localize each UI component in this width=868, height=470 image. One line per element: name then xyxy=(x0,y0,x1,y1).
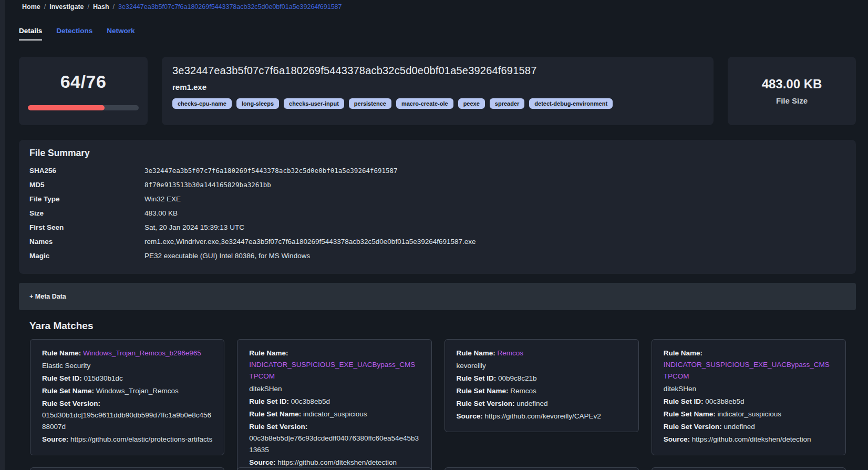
rule-source-field: Source: https://github.com/kevoreilly/CA… xyxy=(457,411,627,422)
rule-source-field: Source: https://github.com/elastic/prote… xyxy=(42,434,212,445)
rule-name-link[interactable]: Windows_Trojan_Remcos_b296e965 xyxy=(83,349,201,357)
rule-name-link[interactable]: INDICATOR_SUSPICIOUS_EXE_UACBypass_CMSTP… xyxy=(664,361,830,380)
yara-next-row-partial xyxy=(30,467,846,470)
tag-badge[interactable]: checks-user-input xyxy=(284,98,344,109)
detection-score-bar-fill xyxy=(28,105,105,110)
summary-row: First SeenSat, 20 Jan 2024 15:39:13 UTC xyxy=(29,220,845,234)
file-hash-card: 3e32447ea3b5f07c7f6a180269f5443378acb32c… xyxy=(162,57,714,125)
rule-set-version-field: Rule Set Version: undefined xyxy=(457,398,627,410)
tag-badge[interactable]: checks-cpu-name xyxy=(172,98,232,109)
rule-set-name-label: Rule Set Name: xyxy=(249,410,301,418)
summary-row-label: First Seen xyxy=(29,220,144,234)
yara-match-card: Rule Name: RemcoskevoreillyRule Set ID: … xyxy=(445,339,639,432)
rule-set-id-value: 00c3b8eb5d xyxy=(705,397,744,405)
breadcrumb-separator: / xyxy=(88,3,89,11)
rule-set-name-field: Rule Set Name: Remcos xyxy=(457,385,627,397)
yara-matches-title: Yara Matches xyxy=(29,320,856,332)
rule-name-field: Rule Name: INDICATOR_SUSPICIOUS_EXE_UACB… xyxy=(249,348,419,382)
summary-row: MagicPE32 executable (GUI) Intel 80386, … xyxy=(29,249,845,263)
breadcrumb-link-investigate[interactable]: Investigate xyxy=(49,3,84,11)
summary-row: Size483.00 KB xyxy=(29,206,845,220)
tag-badge[interactable]: spreader xyxy=(490,98,524,109)
rule-set-id-field: Rule Set ID: 00b9c8c21b xyxy=(457,373,627,384)
tag-list: checks-cpu-namelong-sleepschecks-user-in… xyxy=(172,98,703,109)
rule-set-name-field: Rule Set Name: indicator_suspicious xyxy=(664,408,834,420)
rule-set-version-label: Rule Set Version: xyxy=(457,400,515,407)
tag-badge[interactable]: long-sleeps xyxy=(236,98,279,109)
left-edge-strip xyxy=(0,0,5,470)
summary-row-label: Names xyxy=(29,234,144,249)
summary-row-value: 3e32447ea3b5f07c7f6a180269f5443378acb32c… xyxy=(144,164,398,178)
summary-row-label: File Type xyxy=(29,192,144,206)
summary-row-value: 483.00 KB xyxy=(144,206,178,220)
rule-set-version-value: 00c3b8eb5d|e76c93dcdedff04076380ffc60ea5… xyxy=(249,434,419,454)
summary-row-value: rem1.exe,Windriver.exe,3e32447ea3b5f07c7… xyxy=(144,234,476,249)
rule-set-id-value: 00c3b8eb5d xyxy=(291,397,330,405)
breadcrumb-link-hash[interactable]: Hash xyxy=(93,3,109,11)
rule-set-id-label: Rule Set ID: xyxy=(249,397,289,405)
rule-name-link[interactable]: INDICATOR_SUSPICIOUS_EXE_UACBypass_CMSTP… xyxy=(249,361,415,380)
summary-row-label: Magic xyxy=(29,249,144,263)
rule-name-label: Rule Name: xyxy=(664,349,702,357)
tab-detections[interactable]: Detections xyxy=(56,27,92,40)
summary-row: Namesrem1.exe,Windriver.exe,3e32447ea3b5… xyxy=(29,234,845,249)
breadcrumb-current-hash[interactable]: 3e32447ea3b5f07c7f6a180269f5443378acb32c… xyxy=(118,3,342,11)
rule-set-version-label: Rule Set Version: xyxy=(42,400,100,407)
summary-row-value: Win32 EXE xyxy=(144,192,181,206)
file-size-card: 483.00 KB File Size xyxy=(728,57,856,125)
rule-name-label: Rule Name: xyxy=(42,349,81,357)
yara-match-card: Rule Name: INDICATOR_SUSPICIOUS_EXE_UACB… xyxy=(237,339,431,470)
rule-set-id-value: 00b9c8c21b xyxy=(498,374,537,382)
rule-set-name-value: indicator_suspicious xyxy=(303,410,367,418)
rule-set-name-value: indicator_suspicious xyxy=(718,410,782,418)
rule-set-id-label: Rule Set ID: xyxy=(42,374,82,382)
summary-row: MD58f70e913513b30a144165829ba3261bb xyxy=(29,178,845,192)
rule-set-version-value: undefined xyxy=(724,423,755,431)
file-size-label: File Size xyxy=(776,96,808,105)
breadcrumb: Home/Investigate/Hash/3e32447ea3b5f07c7f… xyxy=(0,0,868,11)
rule-source-value: https://github.com/elastic/protections-a… xyxy=(70,435,212,443)
rule-name-field: Rule Name: Windows_Trojan_Remcos_b296e96… xyxy=(42,348,212,359)
summary-row: File TypeWin32 EXE xyxy=(29,192,845,206)
rule-set-version-label: Rule Set Version: xyxy=(249,423,307,431)
file-hash-title: 3e32447ea3b5f07c7f6a180269f5443378acb32c… xyxy=(172,65,703,77)
rule-source-label: Source: xyxy=(457,412,483,420)
tag-badge[interactable]: persistence xyxy=(349,98,391,109)
detection-score-card: 64/76 xyxy=(19,57,148,125)
tab-network[interactable]: Network xyxy=(107,27,135,40)
rule-set-id-field: Rule Set ID: 00c3b8eb5d xyxy=(664,396,834,407)
rule-source-label: Source: xyxy=(249,458,275,466)
rule-author: Elastic Security xyxy=(42,360,212,372)
rule-set-version-value: 015d30b1dc|195c9611ddb90db599d7ffc1a9b0e… xyxy=(42,411,211,431)
tag-badge[interactable]: peexe xyxy=(458,98,485,109)
meta-data-toggle[interactable]: + Meta Data xyxy=(19,283,856,310)
breadcrumb-separator: / xyxy=(113,3,115,11)
rule-name-label: Rule Name: xyxy=(457,349,495,357)
rule-set-version-field: Rule Set Version: 015d30b1dc|195c9611ddb… xyxy=(42,398,212,433)
overview-cards-row: 64/76 3e32447ea3b5f07c7f6a180269f5443378… xyxy=(19,57,856,125)
meta-data-toggle-label: + Meta Data xyxy=(29,293,66,300)
rule-source-value: https://github.com/ditekshen/detection xyxy=(692,435,811,443)
rule-set-version-value: undefined xyxy=(516,400,547,407)
summary-row: SHA2563e32447ea3b5f07c7f6a180269f5443378… xyxy=(29,164,845,178)
yara-match-card-partial xyxy=(652,467,846,470)
summary-row-label: SHA256 xyxy=(29,164,144,178)
yara-match-card-partial xyxy=(30,467,224,470)
file-summary-rows: SHA2563e32447ea3b5f07c7f6a180269f5443378… xyxy=(29,164,845,263)
breadcrumb-link-home[interactable]: Home xyxy=(22,3,40,11)
rule-name-link[interactable]: Remcos xyxy=(498,349,524,357)
tab-details[interactable]: Details xyxy=(19,27,42,40)
rule-set-version-field: Rule Set Version: undefined xyxy=(664,421,834,433)
rule-set-version-label: Rule Set Version: xyxy=(664,423,722,431)
rule-author: kevoreilly xyxy=(457,360,627,372)
yara-matches-grid: Rule Name: Windows_Trojan_Remcos_b296e96… xyxy=(30,339,846,470)
file-name: rem1.exe xyxy=(172,83,703,91)
rule-set-id-value: 015d30b1dc xyxy=(84,374,123,382)
rule-author: ditekSHen xyxy=(249,383,419,395)
rule-source-value: https://github.com/ditekshen/detection xyxy=(277,458,397,466)
yara-match-card: Rule Name: INDICATOR_SUSPICIOUS_EXE_UACB… xyxy=(652,339,846,455)
tag-badge[interactable]: macro-create-ole xyxy=(396,98,453,109)
rule-source-label: Source: xyxy=(42,435,68,443)
file-summary-card: File Summary SHA2563e32447ea3b5f07c7f6a1… xyxy=(19,140,856,274)
tag-badge[interactable]: detect-debug-environment xyxy=(529,98,613,109)
